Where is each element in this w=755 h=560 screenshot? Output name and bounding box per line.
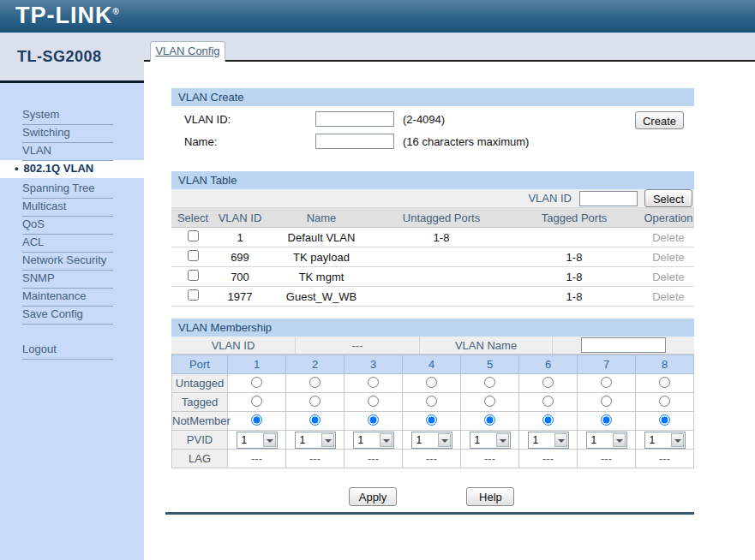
tagged-radio-port-6[interactable] — [542, 396, 554, 407]
vlan-table: Select VLAN ID Name Untagged Ports Tagge… — [171, 208, 694, 307]
pvid-select-port-4[interactable]: 1 — [411, 432, 452, 449]
untagged-radio-port-1[interactable] — [251, 377, 262, 388]
membership-filter-row: VLAN ID --- VLAN Name — [171, 337, 694, 354]
action-buttons: Apply Help — [171, 487, 694, 506]
delete-link[interactable]: Delete — [652, 231, 685, 244]
lag-value: --- — [403, 450, 461, 468]
filter-vlan-id-input[interactable] — [579, 191, 638, 206]
sidebar-item-qos[interactable]: QoS — [0, 216, 144, 233]
vlan-table-header-row: Select VLAN ID Name Untagged Ports Tagge… — [171, 208, 694, 228]
notmember-radio-port-2[interactable] — [309, 414, 321, 426]
vlan-table-section: VLAN Table VLAN ID Select Select VLAN ID… — [171, 171, 694, 307]
untagged-radio-port-6[interactable] — [542, 377, 554, 388]
col-name: Name — [266, 208, 377, 228]
cell-untagged — [377, 267, 506, 287]
sidebar-item-spanning-tree[interactable]: Spanning Tree — [0, 180, 144, 197]
pvid-select-port-1[interactable]: 1 — [237, 432, 278, 449]
delete-link[interactable]: Delete — [652, 290, 685, 303]
untagged-radio-port-5[interactable] — [484, 377, 495, 388]
tagged-radio-port-8[interactable] — [659, 396, 670, 407]
lag-value: --- — [461, 450, 519, 468]
select-button[interactable]: Select — [644, 189, 692, 207]
lag-value: --- — [345, 450, 403, 468]
device-model-band: TL-SG2008 — [0, 33, 144, 83]
notmember-radio-port-6[interactable] — [542, 414, 554, 426]
tagged-radio-port-4[interactable] — [426, 396, 437, 407]
table-row: 1977 Guest_W_WB 1-8 Delete — [171, 287, 694, 307]
row-select-checkbox[interactable] — [188, 230, 199, 241]
vlan-id-row: VLAN ID: (2-4094) — [171, 110, 694, 128]
sidebar-item-save-config[interactable]: Save Config — [0, 306, 144, 323]
sidebar-menu: System Switching VLAN •802.1Q VLAN Spann… — [0, 83, 144, 358]
delete-link[interactable]: Delete — [652, 271, 685, 283]
pvid-select-port-7[interactable]: 1 — [586, 432, 627, 449]
selected-bullet-icon: • — [15, 162, 19, 175]
untagged-radio-port-3[interactable] — [368, 377, 379, 388]
sidebar-item-acl[interactable]: ACL — [0, 234, 144, 251]
row-select-checkbox[interactable] — [188, 289, 199, 301]
notmember-radio-port-4[interactable] — [426, 414, 437, 426]
notmember-row: NotMember — [172, 412, 694, 431]
pvid-row: PVID 1 1 1 1 1 1 1 1 — [172, 431, 694, 450]
sidebar-item-network-security[interactable]: Network Security — [0, 252, 144, 269]
notmember-radio-port-8[interactable] — [659, 414, 670, 426]
notmember-radio-port-3[interactable] — [368, 414, 379, 426]
cell-tagged — [506, 228, 643, 247]
col-tagged-ports: Tagged Ports — [506, 208, 643, 228]
cell-vlan-id: 700 — [214, 267, 266, 287]
tagged-radio-port-3[interactable] — [368, 396, 379, 407]
cell-name: TK mgmt — [266, 267, 377, 287]
tagged-radio-port-2[interactable] — [309, 396, 321, 407]
lag-row-label: LAG — [172, 450, 228, 468]
sidebar-item-label: 802.1Q VLAN — [24, 162, 94, 175]
cell-name: TK payload — [266, 247, 377, 267]
pvid-select-port-5[interactable]: 1 — [470, 432, 511, 449]
sidebar-item-snmp[interactable]: SNMP — [0, 270, 144, 287]
sidebar-item-vlan[interactable]: VLAN — [0, 142, 144, 159]
cell-untagged: 1-8 — [377, 228, 506, 247]
pvid-select-port-3[interactable]: 1 — [353, 432, 394, 449]
tab-vlan-config[interactable]: VLAN Config — [150, 41, 225, 62]
help-button[interactable]: Help — [466, 487, 514, 506]
sidebar-item-switching[interactable]: Switching — [0, 124, 144, 141]
notmember-radio-port-7[interactable] — [601, 414, 612, 426]
port-number: 4 — [403, 355, 461, 374]
apply-button[interactable]: Apply — [349, 487, 397, 506]
vlan-name-row: Name: (16 characters maximum) — [171, 132, 694, 151]
lag-value: --- — [228, 450, 286, 468]
membership-vlan-id-label: VLAN ID — [171, 337, 296, 354]
table-row: 1 Default VLAN 1-8 Delete — [171, 228, 694, 247]
tagged-radio-port-1[interactable] — [251, 396, 262, 407]
tagged-radio-port-7[interactable] — [601, 396, 612, 407]
sidebar-item-maintenance[interactable]: Maintenance — [0, 288, 144, 305]
cell-vlan-id: 1 — [214, 228, 266, 247]
untagged-radio-port-4[interactable] — [426, 377, 437, 388]
sidebar-item-system[interactable]: System — [0, 106, 144, 123]
notmember-radio-port-1[interactable] — [251, 414, 262, 426]
row-select-checkbox[interactable] — [188, 250, 199, 261]
vlan-id-input[interactable] — [315, 111, 394, 127]
tagged-radio-port-5[interactable] — [484, 396, 495, 407]
pvid-select-port-6[interactable]: 1 — [528, 432, 569, 449]
untagged-radio-port-7[interactable] — [601, 377, 612, 388]
sidebar-item-8021q-vlan[interactable]: •802.1Q VLAN — [0, 160, 144, 178]
col-operation: Operation — [643, 208, 694, 228]
delete-link[interactable]: Delete — [652, 251, 685, 264]
pvid-select-port-2[interactable]: 1 — [295, 432, 336, 449]
vlan-membership-section: VLAN Membership VLAN ID --- VLAN Name Po… — [171, 319, 694, 468]
device-model: TL-SG2008 — [17, 48, 102, 66]
vlan-id-hint: (2-4094) — [403, 113, 445, 126]
sidebar-item-multicast[interactable]: Multicast — [0, 198, 144, 215]
notmember-radio-port-5[interactable] — [484, 414, 495, 426]
app-window: TP-LINK® TL-SG2008 VLAN Config System Sw… — [0, 0, 755, 560]
untagged-radio-port-2[interactable] — [309, 377, 321, 388]
vlan-name-input[interactable] — [315, 134, 394, 149]
membership-vlan-name-input[interactable] — [581, 337, 666, 353]
untagged-radio-port-8[interactable] — [659, 377, 670, 388]
table-row: 699 TK payload 1-8 Delete — [171, 247, 694, 267]
row-select-checkbox[interactable] — [188, 270, 199, 281]
port-number: 6 — [519, 355, 578, 374]
create-button[interactable]: Create — [635, 111, 684, 129]
pvid-select-port-8[interactable]: 1 — [644, 432, 686, 449]
sidebar-item-logout[interactable]: Logout — [0, 341, 144, 358]
